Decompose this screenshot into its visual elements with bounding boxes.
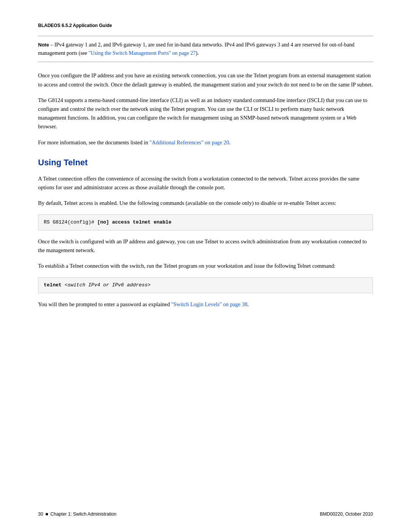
footer-separator: ■ [45, 511, 48, 517]
code1-normal: RS G8124(config)# [44, 219, 97, 225]
additional-references-link[interactable]: "Additional References" on page 20 [150, 139, 229, 145]
code-block-2: telnet <switch IPv4 or IPv6 address> [38, 277, 373, 293]
code2-italic: <switch IPv4 or IPv6 address> [65, 282, 151, 288]
footer-chapter-text: Chapter 1: Switch Administration [51, 511, 116, 517]
paragraph-3-prefix: For more information, see the documents … [38, 139, 150, 145]
section-p5-prefix: You will then be prompted to enter a pas… [38, 301, 171, 307]
switch-login-levels-link[interactable]: "Switch Login Levels" on page 38 [171, 301, 247, 307]
section-paragraph-1: A Telnet connection offers the convenien… [38, 174, 373, 192]
note-box: Note – IPv4 gateway 1 and 2, and IPv6 ga… [38, 36, 373, 62]
code2-normal [62, 282, 65, 288]
note-dash: – [49, 42, 54, 48]
note-text2: ). [196, 50, 199, 56]
section-paragraph-5: You will then be prompted to enter a pas… [38, 300, 373, 309]
footer-doc-id: BMD00220, October 2010 [320, 511, 373, 517]
code1-bold: [no] access telnet enable [97, 219, 171, 225]
footer-right: BMD00220, October 2010 [320, 511, 373, 517]
footer-left: 30 ■ Chapter 1: Switch Administration [38, 511, 116, 517]
note-link[interactable]: "Using the Switch Management Ports" on p… [89, 50, 196, 56]
section-paragraph-3: Once the switch is configured with an IP… [38, 237, 373, 255]
footer: 30 ■ Chapter 1: Switch Administration BM… [38, 511, 373, 517]
section-p5-suffix: . [247, 301, 249, 307]
paragraph-3-suffix: . [229, 139, 231, 145]
code-block-1: RS G8124(config)# [no] access telnet ena… [38, 214, 373, 230]
paragraph-1: Once you configure the IP address and yo… [38, 71, 373, 89]
footer-page-number: 30 [38, 511, 43, 517]
section-paragraph-4: To establish a Telnet connection with th… [38, 262, 373, 270]
page: BLADEOS 6.5.2 Application Guide Note – I… [0, 0, 411, 532]
note-label: Note [38, 42, 49, 48]
header-label: BLADEOS 6.5.2 Application Guide [38, 23, 373, 28]
section-paragraph-2: By default, Telnet access is enabled. Us… [38, 199, 373, 208]
using-telnet-heading: Using Telnet [38, 158, 373, 168]
paragraph-3: For more information, see the documents … [38, 138, 373, 147]
code2-bold: telnet [44, 282, 62, 288]
paragraph-2: The G8124 supports a menu-based command-… [38, 96, 373, 131]
